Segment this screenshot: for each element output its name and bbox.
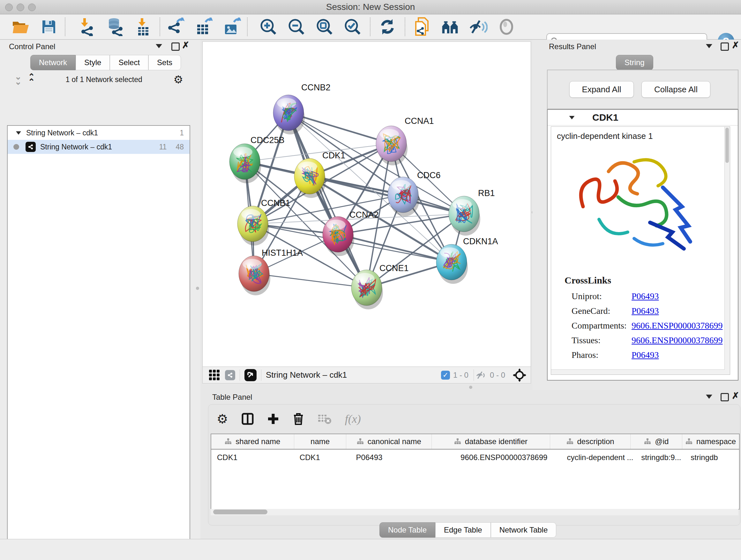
cell-namespace[interactable]: stringdb	[685, 449, 739, 465]
column-header[interactable]: @id	[630, 434, 682, 449]
protein-entry-header[interactable]: CDK1	[548, 110, 738, 125]
zoom-out-icon[interactable]	[287, 17, 306, 36]
float-panel-icon[interactable]	[172, 43, 180, 51]
import-network-file-icon[interactable]	[77, 17, 96, 36]
column-header[interactable]: namespace	[682, 434, 739, 449]
collapse-table-icon[interactable]	[706, 395, 712, 399]
column-header[interactable]: description	[550, 434, 630, 449]
import-table-icon[interactable]	[134, 17, 152, 36]
close-panel-icon[interactable]: ✗	[182, 42, 189, 49]
selected-checkbox-icon[interactable]: ✓	[441, 371, 450, 380]
open-file-icon[interactable]	[11, 17, 30, 36]
add-column-icon[interactable]	[267, 413, 279, 425]
column-header[interactable]: shared name	[211, 434, 294, 449]
network-node-cdc25b[interactable]: CDC25B	[229, 135, 285, 183]
zoom-selected-icon[interactable]	[343, 17, 362, 36]
refresh-icon[interactable]	[378, 17, 397, 36]
results-vertical-scrollbar[interactable]	[724, 127, 730, 374]
pharos-link[interactable]: P06493	[631, 348, 723, 362]
cell-database-identifier[interactable]: 9606.ENSP00000378699	[428, 449, 561, 465]
cell-id[interactable]: stringdb:9...	[635, 449, 685, 465]
collapse-results-icon[interactable]	[706, 44, 712, 48]
network-edge-count: 48	[176, 143, 184, 151]
network-node-cdc6[interactable]: CDC6	[388, 171, 441, 216]
network-node-ccna1[interactable]: CCNA1	[376, 116, 434, 165]
function-builder-icon[interactable]: f(x)	[345, 412, 361, 426]
column-header[interactable]: database identifier	[431, 434, 550, 449]
open-in-new-window-icon[interactable]	[245, 369, 257, 381]
fit-selected-crosshair-icon[interactable]	[513, 368, 526, 382]
tab-node-table[interactable]: Node Table	[380, 522, 435, 538]
network-node-ccnb2[interactable]: CCNB2	[273, 83, 331, 134]
tab-network-table[interactable]: Network Table	[491, 522, 556, 538]
cell-description[interactable]: cyclin-dependent ...	[561, 449, 635, 465]
show-columns-icon[interactable]	[242, 413, 254, 425]
network-view-share-icon[interactable]	[225, 370, 235, 380]
left-splitter-handle[interactable]	[196, 287, 199, 290]
results-horizontal-scrollbar[interactable]	[551, 369, 725, 374]
column-header[interactable]: canonical name	[346, 434, 431, 449]
collapse-panel-icon[interactable]	[156, 44, 162, 48]
hide-graphics-details-icon[interactable]	[469, 17, 488, 36]
collapse-all-button[interactable]: Collapse All	[642, 81, 711, 98]
export-table-icon[interactable]	[195, 17, 213, 36]
network-options-gear-icon[interactable]: ⚙	[174, 74, 183, 85]
first-neighbors-icon[interactable]	[441, 17, 460, 36]
expand-all-button[interactable]: Expand All	[569, 81, 634, 98]
tissues-link[interactable]: 9606.ENSP00000378699	[631, 333, 723, 348]
network-canvas[interactable]: CCNB2CCNA1CDC25BCDK1CDC6RB1CCNB1CCNA2CDK…	[202, 42, 531, 367]
tab-string[interactable]: String	[616, 55, 653, 70]
network-edge[interactable]	[288, 113, 367, 288]
column-header[interactable]: name	[294, 434, 346, 449]
tab-edge-table[interactable]: Edge Table	[435, 522, 491, 538]
float-table-icon[interactable]	[721, 393, 729, 401]
import-network-database-icon[interactable]	[106, 17, 124, 36]
network-list-toolbar: ⌄⌄ ⌃⌃ 1 of 1 Network selected ⚙	[7, 73, 189, 85]
close-table-icon[interactable]: ✗	[732, 393, 739, 399]
grid-view-icon[interactable]	[208, 369, 220, 381]
delete-table-icon[interactable]	[318, 414, 332, 424]
export-network-icon[interactable]	[167, 17, 185, 36]
tree-expand-icon[interactable]	[16, 131, 21, 134]
cell-shared-name[interactable]: CDK1	[211, 449, 287, 465]
table-scrollbar-thumb[interactable]	[213, 509, 267, 514]
eye-icon[interactable]	[497, 17, 516, 36]
export-image-icon[interactable]	[223, 17, 242, 36]
table-horizontal-scrollbar[interactable]	[211, 509, 738, 515]
table-options-gear-icon[interactable]: ⚙	[217, 413, 228, 425]
close-results-icon[interactable]: ✗	[732, 42, 739, 49]
network-node-hist1h1a[interactable]: HIST1H1A	[239, 248, 303, 295]
cell-name[interactable]: CDK1	[287, 449, 344, 465]
zoom-fit-icon[interactable]	[315, 17, 334, 36]
network-node-ccne1[interactable]: CCNE1	[351, 263, 409, 309]
network-node-rb1[interactable]: RB1	[449, 188, 495, 236]
crosslink-label: Pharos:	[571, 348, 627, 362]
toolbar-separator	[370, 17, 370, 36]
save-session-icon[interactable]	[40, 17, 58, 36]
float-results-icon[interactable]	[721, 43, 729, 51]
genecard-link[interactable]: P06493	[631, 304, 723, 318]
crosslinks-title: CrossLinks	[564, 275, 611, 286]
expand-all-networks-icon[interactable]: ⌄⌄	[15, 74, 21, 84]
network-node-ccnb1[interactable]: CCNB1	[238, 198, 290, 246]
bottom-splitter-handle[interactable]	[469, 386, 472, 389]
crosslink-label: Uniprot:	[571, 289, 627, 304]
collapse-all-networks-icon[interactable]: ⌃⌃	[28, 74, 35, 84]
tab-sets[interactable]: Sets	[148, 55, 181, 70]
cell-canonical-name[interactable]: P06493	[344, 449, 429, 465]
tab-select[interactable]: Select	[110, 55, 148, 70]
zoom-in-icon[interactable]	[259, 17, 278, 36]
network-graph[interactable]: CCNB2CCNA1CDC25BCDK1CDC6RB1CCNB1CCNA2CDK…	[203, 42, 531, 367]
entry-collapse-icon[interactable]	[569, 116, 575, 119]
delete-column-icon[interactable]	[293, 413, 304, 425]
network-row[interactable]: String Network – cdk1 11 48	[8, 140, 190, 154]
table-row[interactable]: CDK1 CDK1 P06493 9606.ENSP00000378699 cy…	[211, 449, 739, 465]
tab-style[interactable]: Style	[76, 55, 110, 70]
network-node-cdkn1a[interactable]: CDKN1A	[436, 237, 498, 284]
clone-network-icon[interactable]	[413, 17, 431, 36]
uniprot-link[interactable]: P06493	[631, 289, 723, 304]
tab-network[interactable]: Network	[30, 55, 76, 70]
network-edge[interactable]	[254, 273, 367, 288]
compartments-link[interactable]: 9606.ENSP00000378699	[631, 318, 723, 333]
network-collection-row[interactable]: String Network – cdk1 1	[8, 126, 190, 140]
